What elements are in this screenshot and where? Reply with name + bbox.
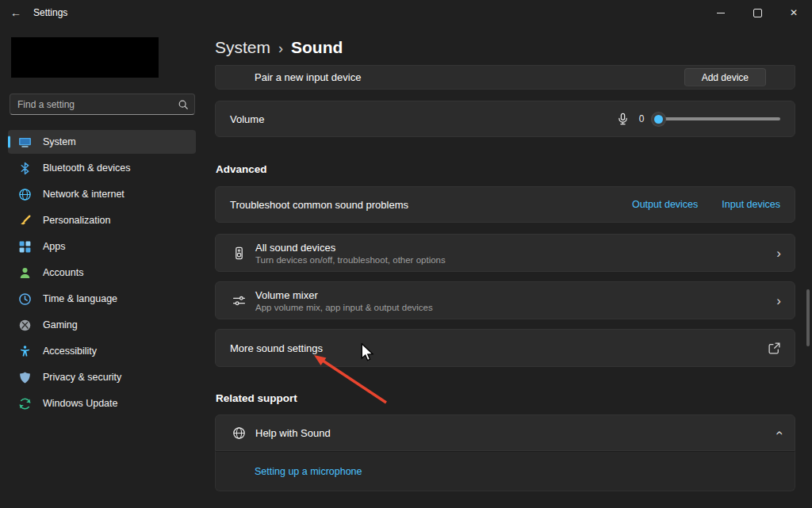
update-arrows-icon <box>18 397 32 411</box>
volume-mixer-title: Volume mixer <box>255 289 767 301</box>
breadcrumb-system[interactable]: System <box>215 38 270 57</box>
accessibility-person-icon <box>18 345 32 358</box>
sidebar-item-label: Accounts <box>43 267 83 278</box>
sidebar-item-label: Apps <box>43 241 66 252</box>
related-support-section-header: Related support <box>216 392 297 404</box>
slider-thumb[interactable] <box>654 115 663 124</box>
sidebar-item-privacy-security[interactable]: Privacy & security <box>8 365 196 389</box>
sidebar-item-time-language[interactable]: Time & language <box>8 287 196 311</box>
sidebar-item-label: Network & internet <box>43 189 124 200</box>
bluetooth-icon <box>18 162 32 175</box>
person-icon <box>18 266 32 280</box>
chevron-up-icon: › <box>776 426 781 440</box>
sidebar-item-label: Bluetooth & devices <box>43 162 131 174</box>
input-devices-link[interactable]: Input devices <box>722 199 780 210</box>
pair-input-device-label: Pair a new input device <box>255 71 684 83</box>
page-title: Sound <box>291 38 343 57</box>
back-arrow-icon: ← <box>10 6 21 19</box>
all-sound-devices-text: All sound devices Turn devices on/off, t… <box>255 242 767 265</box>
sidebar-nav: System Bluetooth & devices Network & int… <box>8 130 196 418</box>
help-expanded-panel: Setting up a microphone <box>215 451 795 491</box>
shield-icon <box>18 371 32 384</box>
sidebar: System Bluetooth & devices Network & int… <box>0 25 206 508</box>
troubleshoot-row: Troubleshoot common sound problems Outpu… <box>215 186 795 223</box>
microphone-icon[interactable] <box>616 113 630 126</box>
troubleshoot-links: Output devices Input devices <box>632 199 780 210</box>
settings-window: ← Settings ✕ System Bluetooth & devices <box>0 0 812 508</box>
advanced-section-header: Advanced <box>216 163 267 175</box>
chevron-right-icon: › <box>776 294 781 307</box>
volume-value: 0 <box>638 113 645 124</box>
external-link-icon <box>768 342 781 355</box>
globe-network-icon <box>18 188 32 201</box>
sidebar-item-label: Windows Update <box>43 398 118 409</box>
sidebar-item-personalization[interactable]: Personalization <box>8 208 196 232</box>
sidebar-item-label: Accessibility <box>43 346 97 357</box>
sidebar-item-apps[interactable]: Apps <box>8 235 196 258</box>
maximize-button[interactable] <box>739 0 776 25</box>
slider-track <box>653 117 780 120</box>
window-title: Settings <box>33 7 67 18</box>
sidebar-item-gaming[interactable]: Gaming <box>8 313 196 337</box>
volume-controls: 0 <box>616 113 780 126</box>
user-account-block[interactable] <box>11 37 159 78</box>
setting-up-microphone-link[interactable]: Setting up a microphone <box>255 466 362 477</box>
search-input[interactable] <box>10 99 172 110</box>
maximize-icon <box>753 9 762 17</box>
volume-mixer-row[interactable]: Volume mixer App volume mix, app input &… <box>215 281 795 319</box>
volume-label: Volume <box>230 113 616 125</box>
volume-mixer-subtitle: App volume mix, app input & output devic… <box>255 303 767 312</box>
paintbrush-icon <box>18 214 32 227</box>
apps-grid-icon <box>18 240 32 254</box>
sidebar-item-system[interactable]: System <box>8 130 196 154</box>
troubleshoot-label: Troubleshoot common sound problems <box>230 199 632 211</box>
sidebar-item-label: Privacy & security <box>43 372 121 383</box>
back-button[interactable]: ← <box>0 0 32 25</box>
minimize-button[interactable] <box>703 0 739 25</box>
pair-input-device-row: Pair a new input device Add device <box>215 65 795 90</box>
help-globe-icon <box>232 426 246 440</box>
volume-slider[interactable] <box>653 113 780 124</box>
sound-devices-icon <box>232 246 246 260</box>
titlebar: ← Settings ✕ <box>0 0 812 25</box>
xbox-icon <box>18 319 32 332</box>
output-devices-link[interactable]: Output devices <box>632 199 698 210</box>
sidebar-item-accounts[interactable]: Accounts <box>8 261 196 285</box>
sidebar-item-bluetooth-devices[interactable]: Bluetooth & devices <box>8 156 196 180</box>
help-with-sound-row[interactable]: Help with Sound › <box>215 414 795 451</box>
close-icon: ✕ <box>790 8 798 17</box>
volume-row: Volume 0 <box>215 101 795 137</box>
volume-mixer-text: Volume mixer App volume mix, app input &… <box>255 289 767 312</box>
more-sound-settings-label: More sound settings <box>230 342 768 354</box>
sidebar-item-label: Gaming <box>43 319 78 330</box>
sidebar-item-windows-update[interactable]: Windows Update <box>8 392 196 415</box>
clock-icon <box>18 292 32 306</box>
all-sound-devices-row[interactable]: All sound devices Turn devices on/off, t… <box>215 234 795 272</box>
search-icon[interactable] <box>172 99 194 110</box>
sidebar-item-network-internet[interactable]: Network & internet <box>8 182 196 206</box>
sidebar-item-accessibility[interactable]: Accessibility <box>8 339 196 363</box>
minimize-icon <box>717 13 725 13</box>
breadcrumb: System › Sound <box>215 38 343 57</box>
breadcrumb-separator-icon: › <box>278 40 283 57</box>
window-controls: ✕ <box>703 0 812 25</box>
all-sound-devices-title: All sound devices <box>255 242 767 254</box>
chevron-right-icon: › <box>776 246 781 260</box>
sidebar-item-label: System <box>43 136 76 147</box>
help-with-sound-title: Help with Sound <box>255 427 767 439</box>
more-sound-settings-row[interactable]: More sound settings <box>215 329 795 367</box>
scrollbar-thumb[interactable] <box>806 289 810 346</box>
system-icon <box>18 136 32 149</box>
search-box <box>10 94 195 115</box>
add-device-button[interactable]: Add device <box>684 68 766 86</box>
sidebar-item-label: Time & language <box>43 293 117 304</box>
close-button[interactable]: ✕ <box>776 0 812 25</box>
settings-content: Pair a new input device Add device Volum… <box>215 65 795 508</box>
all-sound-devices-subtitle: Turn devices on/off, troubleshoot, other… <box>255 255 767 265</box>
volume-mixer-icon <box>232 294 246 307</box>
sidebar-item-label: Personalization <box>43 215 110 226</box>
